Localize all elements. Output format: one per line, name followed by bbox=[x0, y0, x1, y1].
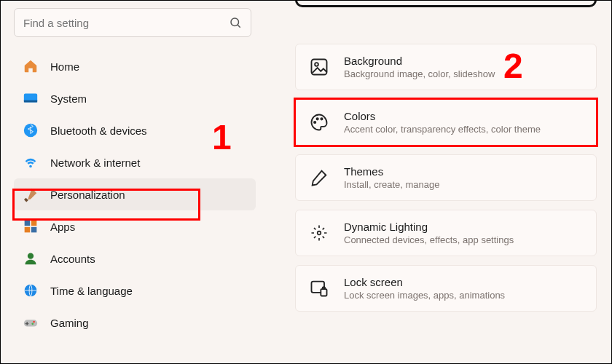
sidebar-item-network[interactable]: Network & internet bbox=[14, 146, 256, 178]
lock-screen-icon bbox=[309, 278, 329, 298]
globe-icon bbox=[23, 282, 39, 298]
sidebar-item-label: Home bbox=[50, 60, 79, 73]
main-content: Background Background image, color, slid… bbox=[263, 1, 611, 363]
image-icon bbox=[309, 57, 329, 77]
sidebar-item-accounts[interactable]: Accounts bbox=[14, 242, 256, 274]
svg-point-21 bbox=[321, 118, 322, 119]
accounts-icon bbox=[23, 250, 39, 266]
sidebar-item-label: Network & internet bbox=[50, 157, 140, 169]
card-lock-screen[interactable]: Lock screen Lock screen images, apps, an… bbox=[295, 265, 597, 312]
svg-line-1 bbox=[238, 25, 240, 28]
svg-rect-16 bbox=[26, 323, 29, 324]
apps-icon bbox=[23, 218, 39, 234]
system-icon bbox=[23, 90, 39, 106]
sidebar-item-apps[interactable]: Apps bbox=[14, 210, 256, 242]
svg-point-20 bbox=[317, 118, 318, 119]
sidebar-item-system[interactable]: System bbox=[14, 82, 256, 114]
svg-rect-5 bbox=[24, 198, 28, 202]
gamepad-icon bbox=[23, 314, 39, 331]
sidebar-item-label: System bbox=[50, 92, 87, 105]
svg-point-10 bbox=[28, 253, 34, 259]
sidebar-item-gaming[interactable]: Gaming bbox=[14, 306, 256, 339]
svg-point-14 bbox=[31, 323, 34, 325]
card-subtitle: Background image, color, slideshow bbox=[344, 68, 495, 79]
sidebar-item-label: Time & language bbox=[50, 285, 133, 297]
svg-rect-8 bbox=[25, 227, 31, 233]
svg-point-18 bbox=[315, 63, 318, 66]
sidebar-item-personalization[interactable]: Personalization bbox=[14, 178, 256, 210]
card-title: Lock screen bbox=[344, 276, 505, 288]
home-icon bbox=[23, 58, 39, 74]
sidebar-nav: Home System Bluetooth & devices Network … bbox=[14, 50, 256, 339]
svg-point-0 bbox=[231, 18, 239, 26]
sidebar-item-bluetooth[interactable]: Bluetooth & devices bbox=[14, 114, 256, 146]
window-frame-bottom bbox=[295, 0, 597, 7]
svg-rect-7 bbox=[31, 221, 37, 226]
svg-rect-24 bbox=[321, 289, 326, 296]
sidebar-item-home[interactable]: Home bbox=[14, 50, 256, 82]
sidebar-item-label: Bluetooth & devices bbox=[50, 124, 147, 137]
svg-point-22 bbox=[318, 232, 321, 235]
sidebar-item-label: Personalization bbox=[50, 189, 125, 201]
card-subtitle: Install, create, manage bbox=[344, 179, 440, 190]
sidebar-item-label: Apps bbox=[50, 221, 75, 233]
svg-rect-3 bbox=[24, 100, 37, 103]
svg-rect-6 bbox=[25, 221, 31, 226]
svg-point-19 bbox=[314, 122, 315, 123]
card-title: Dynamic Lighting bbox=[344, 221, 514, 233]
card-subtitle: Lock screen images, apps, animations bbox=[344, 290, 505, 301]
svg-rect-9 bbox=[31, 227, 37, 233]
paintbrush-icon bbox=[23, 186, 39, 202]
sidebar-item-label: Gaming bbox=[50, 317, 89, 329]
search-icon bbox=[229, 16, 242, 29]
search-box[interactable] bbox=[14, 8, 251, 37]
card-title: Colors bbox=[344, 110, 541, 122]
sidebar-item-label: Accounts bbox=[50, 253, 95, 265]
card-themes[interactable]: Themes Install, create, manage bbox=[295, 154, 597, 201]
brush-icon bbox=[309, 167, 329, 188]
card-background[interactable]: Background Background image, color, slid… bbox=[295, 44, 597, 90]
bluetooth-icon bbox=[23, 122, 39, 138]
card-subtitle: Connected devices, effects, app settings bbox=[344, 234, 514, 245]
sidebar-item-time[interactable]: Time & language bbox=[14, 274, 256, 306]
wifi-icon bbox=[23, 154, 39, 170]
sparkle-icon bbox=[309, 223, 329, 243]
card-subtitle: Accent color, transparency effects, colo… bbox=[344, 124, 541, 135]
card-title: Themes bbox=[344, 165, 440, 178]
search-input[interactable] bbox=[23, 17, 229, 29]
card-colors[interactable]: Colors Accent color, transparency effect… bbox=[295, 99, 597, 146]
palette-icon bbox=[309, 112, 329, 132]
card-dynamic-lighting[interactable]: Dynamic Lighting Connected devices, effe… bbox=[295, 210, 597, 256]
sidebar: Home System Bluetooth & devices Network … bbox=[1, 1, 263, 363]
card-title: Background bbox=[344, 55, 495, 67]
svg-point-13 bbox=[33, 321, 35, 323]
